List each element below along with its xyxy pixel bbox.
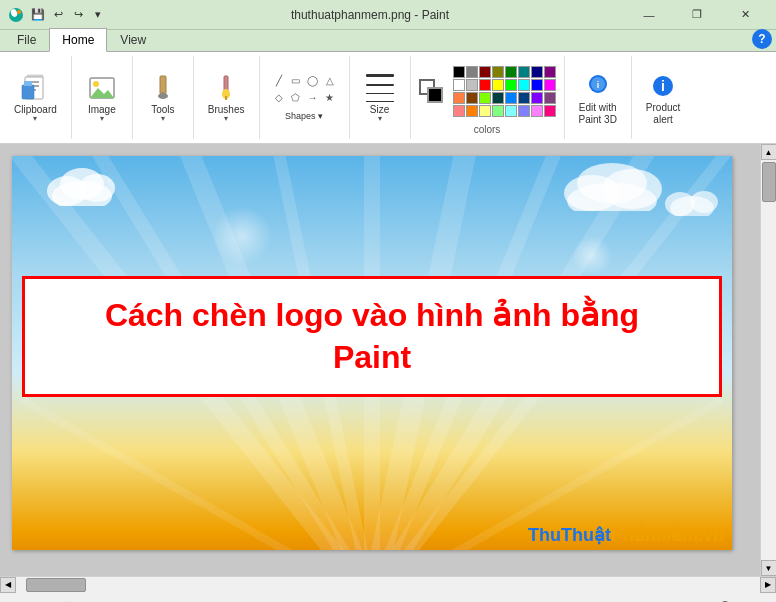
scroll-thumb-v[interactable] — [762, 162, 776, 202]
quick-access-dropdown[interactable]: ▾ — [90, 7, 106, 23]
color-swatch[interactable] — [492, 79, 504, 91]
product-alert-content: i Productalert — [640, 60, 686, 135]
shape-pent[interactable]: ⬠ — [288, 89, 304, 105]
cursor-tool-indicator[interactable]: ↖ — [8, 598, 20, 603]
color-swatch[interactable] — [518, 105, 530, 117]
color-swatch[interactable] — [453, 66, 465, 78]
tab-file[interactable]: File — [4, 28, 49, 51]
zoom-out-btn[interactable]: − — [666, 599, 673, 603]
help-btn[interactable]: ? — [752, 29, 772, 49]
tools-content: Tools ▾ — [141, 60, 185, 135]
edit-paint3d-btn[interactable]: i Edit withPaint 3D — [573, 66, 623, 130]
color-swatch[interactable] — [466, 79, 478, 91]
brushes-btn[interactable]: Brushes ▾ — [202, 68, 251, 127]
color-swatch[interactable] — [505, 92, 517, 104]
scroll-up-btn[interactable]: ▲ — [761, 144, 777, 160]
zoom-in-btn[interactable]: + — [761, 599, 768, 603]
edit-paint3d-content: i Edit withPaint 3D — [573, 60, 623, 135]
canvas-area[interactable]: Cách chèn logo vào hình ảnh bằng Paint T… — [0, 144, 760, 576]
scroll-right-btn[interactable]: ▶ — [760, 577, 776, 593]
paste-btn[interactable]: Clipboard ▾ — [8, 68, 63, 127]
watermark-vn: .vn — [698, 525, 724, 545]
color-swatch[interactable] — [531, 79, 543, 91]
color-swatch[interactable] — [518, 92, 530, 104]
app-icon — [8, 7, 24, 23]
shape-rect[interactable]: ▭ — [288, 72, 304, 88]
shape-diamond[interactable]: ◇ — [271, 89, 287, 105]
image-btn[interactable]: Image ▾ — [80, 68, 124, 127]
color-row-3 — [453, 92, 556, 104]
color-swatch[interactable] — [531, 66, 543, 78]
color-swatch[interactable] — [531, 105, 543, 117]
tab-home[interactable]: Home — [49, 28, 107, 52]
color-swatch[interactable] — [531, 92, 543, 104]
color-swatch[interactable] — [544, 79, 556, 91]
brushes-arrow: ▾ — [224, 114, 228, 123]
color-row-4 — [453, 105, 556, 117]
color-swatch[interactable] — [544, 92, 556, 104]
ribbon-group-product-alert: i Productalert — [632, 56, 694, 139]
color-swatch[interactable] — [453, 105, 465, 117]
tab-view[interactable]: View — [107, 28, 159, 51]
maximize-btn[interactable]: ❐ — [674, 0, 720, 30]
canvas-container: Cách chèn logo vào hình ảnh bằng Paint T… — [0, 144, 776, 576]
scroll-down-btn[interactable]: ▼ — [761, 560, 777, 576]
save-quick-btn[interactable]: 💾 — [30, 7, 46, 23]
product-alert-icon: i — [647, 70, 679, 102]
shape-star[interactable]: ★ — [322, 89, 338, 105]
scrollbar-vertical: ▲ ▼ — [760, 144, 776, 576]
color-swatch[interactable] — [544, 66, 556, 78]
image-arrow: ▾ — [100, 114, 104, 123]
minimize-btn[interactable]: — — [626, 0, 672, 30]
watermark-phan: Phần — [611, 525, 656, 545]
color-swatch[interactable] — [479, 92, 491, 104]
color-swatch[interactable] — [466, 105, 478, 117]
svg-rect-9 — [24, 81, 32, 86]
color-swatch[interactable] — [466, 92, 478, 104]
svg-point-42 — [577, 163, 647, 203]
shape-tri[interactable]: △ — [322, 72, 338, 88]
svg-rect-13 — [160, 76, 166, 94]
color-swatch[interactable] — [479, 79, 491, 91]
color-swatch[interactable] — [466, 66, 478, 78]
colors-content — [419, 60, 556, 122]
canvas-image[interactable]: Cách chèn logo vào hình ảnh bằng Paint T… — [12, 156, 732, 550]
shape-circle[interactable]: ◯ — [305, 72, 321, 88]
svg-point-45 — [690, 191, 718, 213]
redo-btn[interactable]: ↪ — [70, 7, 86, 23]
color-swatch[interactable] — [492, 105, 504, 117]
undo-btn[interactable]: ↩ — [50, 7, 66, 23]
text-banner: Cách chèn logo vào hình ảnh bằng Paint — [22, 276, 722, 397]
scroll-left-btn[interactable]: ◀ — [0, 577, 16, 593]
image-icon — [86, 72, 118, 104]
size-btn[interactable]: Size ▾ — [358, 68, 402, 127]
ribbon-group-shapes: ╱ ▭ ◯ △ ◇ ⬠ → ★ Shapes ▾ — [260, 56, 350, 139]
color-swatch[interactable] — [492, 92, 504, 104]
color-swatch[interactable] — [453, 92, 465, 104]
svg-text:i: i — [661, 78, 665, 94]
color-swatch[interactable] — [453, 79, 465, 91]
color-swatch[interactable] — [505, 79, 517, 91]
cloud-1 — [42, 166, 122, 209]
color-swatch[interactable] — [505, 105, 517, 117]
color-swatch[interactable] — [505, 66, 517, 78]
banner-text-line1: Cách chèn logo vào hình ảnh bằng — [37, 295, 707, 337]
color-swatch[interactable] — [479, 105, 491, 117]
scroll-thumb-h[interactable] — [26, 578, 86, 592]
ribbon-group-size: Size ▾ — [350, 56, 411, 139]
color-swatch[interactable] — [492, 66, 504, 78]
shape-line[interactable]: ╱ — [271, 72, 287, 88]
selection-tool-indicator[interactable]: ⬚ — [36, 599, 47, 603]
color-swatch[interactable] — [518, 79, 530, 91]
product-alert-btn[interactable]: i Productalert — [640, 66, 686, 130]
watermark-mem: Mềm — [656, 525, 698, 545]
watermark-thuat: Thuật — [561, 525, 611, 545]
shape-arrow[interactable]: → — [305, 89, 321, 105]
tools-btn[interactable]: Tools ▾ — [141, 68, 185, 127]
brushes-icon — [210, 72, 242, 104]
color-swatch[interactable] — [479, 66, 491, 78]
color-swatch[interactable] — [544, 105, 556, 117]
shapes-dropdown-btn[interactable]: Shapes ▾ — [281, 109, 327, 123]
color-swatch[interactable] — [518, 66, 530, 78]
svg-rect-8 — [22, 85, 34, 99]
